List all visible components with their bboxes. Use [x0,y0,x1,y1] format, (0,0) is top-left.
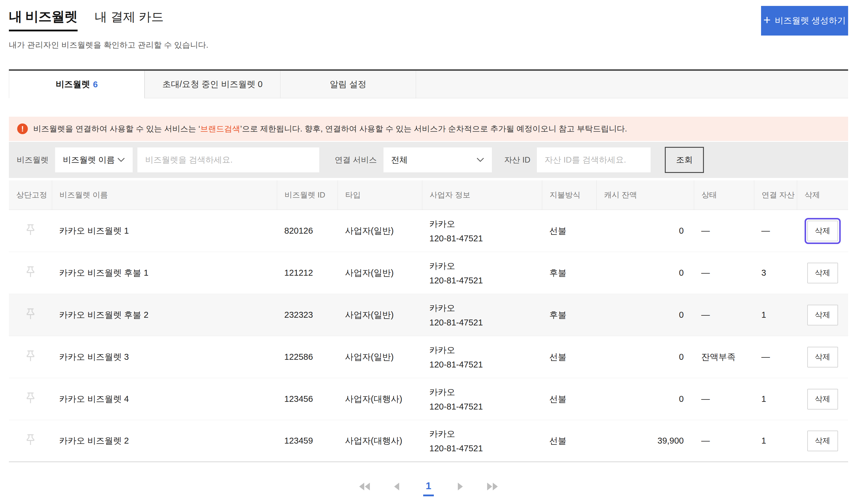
bizwallet-table: 상단고정 비즈월렛 이름 비즈월렛 ID 타입 사업자 정보 지불방식 캐시 잔… [9,180,848,462]
header-cell-linked-assets: 연결 자산 [754,180,797,209]
status-cell: — [694,294,754,336]
business-info-cell: 카카오 120-81-47521 [422,210,542,252]
tab-notification-settings[interactable]: 알림 설정 [280,71,416,98]
search-button[interactable]: 조회 [665,147,704,173]
nav-link-my-payment-card[interactable]: 내 결제 카드 [95,9,164,25]
page-number-current[interactable]: 1 [423,480,434,496]
pin-toggle[interactable] [9,378,52,420]
page-number-underline [423,494,434,496]
asset-id-label: 자산 ID [504,155,531,165]
table-row: 카카오 비즈월렛 후불 1 121212 사업자(일반) 카카오 120-81-… [9,252,848,294]
tab-notification-settings-label: 알림 설정 [330,79,366,90]
delete-button[interactable]: 삭제 [807,263,838,283]
linked-assets-cell: — [754,210,797,252]
header-cell-delete: 삭제 [797,180,848,209]
next-page-button[interactable] [457,482,463,491]
last-page-button[interactable] [487,482,498,491]
cash-balance-cell: 0 [596,252,694,294]
payment-cell: 선불 [542,420,596,461]
prev-page-button[interactable] [394,482,400,491]
chevron-right-icon [457,482,463,491]
header-cell-status: 상태 [694,180,754,209]
linked-assets-cell: — [754,336,797,378]
status-cell: 잔액부족 [694,336,754,378]
type-cell: 사업자(일반) [338,336,422,378]
header-cell-wallet-name: 비즈월렛 이름 [52,180,277,209]
delete-cell: 삭제 [797,420,848,461]
pin-icon [26,434,35,448]
wallet-id-cell: 820126 [277,210,338,252]
cash-balance-cell: 0 [596,378,694,420]
header-cell-cash-balance: 캐시 잔액 [596,180,694,209]
wallet-search-input[interactable] [137,148,319,172]
filter-bar: 비즈월렛 비즈월렛 이름 연결 서비스 전체 자산 ID 조회 [9,142,848,178]
header-cell-pin: 상단고정 [9,180,52,209]
delete-button[interactable]: 삭제 [807,221,838,241]
delete-button[interactable]: 삭제 [807,305,838,325]
asset-id-search-input[interactable] [537,148,651,172]
cash-balance-cell: 0 [596,294,694,336]
brand-search-accent: 브랜드검색 [200,124,240,133]
wallet-id-cell: 122586 [277,336,338,378]
title-row: 내 비즈월렛 내 결제 카드 [9,8,848,31]
table-row: 카카오 비즈월렛 3 122586 사업자(일반) 카카오 120-81-475… [9,336,848,378]
notice-banner: ! 비즈월렛을 연결하여 사용할 수 있는 서비스는 ‘브랜드검색’으로 제한됩… [9,117,848,141]
business-name: 카카오 [430,428,455,440]
pin-icon [26,392,35,406]
linked-assets-cell: 1 [754,294,797,336]
table-row: 카카오 비즈월렛 1 820126 사업자(일반) 카카오 120-81-475… [9,210,848,252]
business-number: 120-81-47521 [430,234,483,243]
header-cell-type: 타입 [338,180,422,209]
type-cell: 사업자(대행사) [338,420,422,461]
create-bizwallet-button[interactable]: + 비즈월렛 생성하기 [761,6,848,35]
wallet-id-cell: 123456 [277,378,338,420]
linked-assets-cell: 1 [754,420,797,461]
payment-cell: 후불 [542,252,596,294]
service-filter-label: 연결 서비스 [335,155,377,165]
tab-invited-pending-bizwallet[interactable]: 초대/요청 중인 비즈월렛 0 [145,71,280,98]
double-chevron-right-icon [487,482,498,491]
payment-cell: 선불 [542,336,596,378]
business-number: 120-81-47521 [430,276,483,285]
type-cell: 사업자(일반) [338,252,422,294]
plus-icon: + [763,14,771,26]
delete-button[interactable]: 삭제 [807,389,838,409]
business-name: 카카오 [430,218,455,230]
header-cell-payment: 지불방식 [542,180,596,209]
wallet-id-cell: 123459 [277,420,338,461]
chevron-down-icon [476,157,484,162]
table-row: 카카오 비즈월렛 4 123456 사업자(대행사) 카카오 120-81-47… [9,378,848,420]
wallet-filter-label: 비즈월렛 [17,155,49,165]
wallet-field-select[interactable]: 비즈월렛 이름 [55,148,133,172]
pin-icon [26,350,35,364]
pin-toggle[interactable] [9,420,52,461]
table-row: 카카오 비즈월렛 2 123459 사업자(대행사) 카카오 120-81-47… [9,420,848,462]
first-page-button[interactable] [359,482,370,491]
wallet-name-cell: 카카오 비즈월렛 3 [52,336,277,378]
chevron-down-icon [117,157,125,162]
status-cell: — [694,420,754,461]
payment-cell: 선불 [542,210,596,252]
cash-balance-cell: 0 [596,210,694,252]
linked-assets-cell: 3 [754,252,797,294]
exclamation-icon: ! [17,123,28,134]
page-title-my-bizwallet[interactable]: 내 비즈월렛 [9,8,78,31]
business-info-cell: 카카오 120-81-47521 [422,336,542,378]
notice-text: 비즈월렛을 연결하여 사용할 수 있는 서비스는 ‘브랜드검색’으로 제한됩니다… [33,123,627,134]
pin-toggle[interactable] [9,336,52,378]
table-row: 카카오 비즈월렛 후불 2 232323 사업자(일반) 카카오 120-81-… [9,294,848,336]
pin-toggle[interactable] [9,252,52,294]
wallet-name-cell: 카카오 비즈월렛 후불 1 [52,252,277,294]
pin-toggle[interactable] [9,210,52,252]
business-info-cell: 카카오 120-81-47521 [422,294,542,336]
delete-button[interactable]: 삭제 [807,431,838,451]
page-subtitle: 내가 관리자인 비즈월렛을 확인하고 관리할 수 있습니다. [9,40,848,50]
pin-toggle[interactable] [9,294,52,336]
pin-icon [26,224,35,238]
table-header-row: 상단고정 비즈월렛 이름 비즈월렛 ID 타입 사업자 정보 지불방식 캐시 잔… [9,180,848,210]
service-select[interactable]: 전체 [384,148,492,172]
tab-bizwallet[interactable]: 비즈월렛 6 [9,71,145,98]
double-chevron-left-icon [359,482,370,491]
delete-button[interactable]: 삭제 [807,347,838,368]
type-cell: 사업자(일반) [338,210,422,252]
